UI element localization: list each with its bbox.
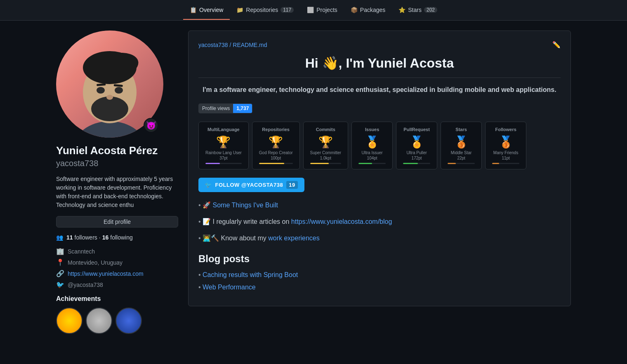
twitter-follow-button[interactable]: 🐦 FOLLOW @YACOSTA738 19 [198,178,304,192]
blog-post-0: Caching results with Spring Boot [198,271,561,279]
trophy-title-4: PullRequest [403,127,430,132]
packages-icon: 📦 [351,7,358,13]
avatar-container: 😈 [56,31,163,138]
readme-heading: Hi 👋, I'm Yuniel Acosta [198,55,561,71]
trophy-bar-container-4 [403,163,430,164]
profile-bio: Software engineer with approximately 5 y… [56,175,178,209]
trophy-title-5: Stars [448,127,475,132]
svg-point-0 [73,121,147,138]
trophy-pts-0: 37pt [205,156,242,160]
achievements-section-title: Achievements [56,295,178,303]
blog-post-link-0[interactable]: Caching results with Spring Boot [203,271,298,278]
trophy-card-commits: Commits 🏆 Super Committer 1.0kpt [303,122,349,169]
follow-stats: 👥 11 followers · 16 following [56,234,178,241]
svg-point-7 [97,87,105,94]
trophy-pts-4: 172pt [403,156,430,160]
website-item: 🔗 https://www.yunielacosta.com [56,270,178,277]
trophy-bar-2 [310,163,329,164]
trophy-title-2: Commits [310,127,342,132]
tab-projects-label: Projects [316,7,337,13]
tab-repositories[interactable]: 📁 Repositories 117 [230,1,300,20]
readme-divider [198,77,561,78]
trophy-name-5: Middle Star [448,150,475,155]
sidebar: 😈 Yuniel Acosta Pérez yacosta738 Softwar… [56,31,178,334]
twitter-icon: 🐦 [56,281,64,289]
trophy-name-1: God Repo Creator [259,150,293,155]
trophy-bar-container-3 [358,163,386,164]
nav-tabs: 📋 Overview 📁 Repositories 117 ⬜ Projects… [183,0,444,20]
trophy-pts-1: 100pt [259,156,293,160]
people-icon: 👥 [56,234,63,241]
readme-intro: I'm a software engineer, technology and … [198,85,561,95]
following-link[interactable]: 16 [102,234,109,241]
twitter-handle: @yacosta738 [68,282,103,288]
main-layout: 😈 Yuniel Acosta Pérez yacosta738 Softwar… [50,21,578,344]
trophy-name-4: Ultra Puller [403,150,430,155]
trophy-title-0: MultiLanguage [205,127,242,132]
edit-pencil-icon[interactable]: ✏️ [552,41,561,49]
trophy-bar-5 [448,163,456,164]
repositories-badge: 117 [280,7,294,13]
twitter-follow-label: FOLLOW @YACOSTA738 [215,182,283,188]
projects-icon: ⬜ [307,7,314,13]
breadcrumb-path: yacosta738 / README.md [198,42,267,48]
tab-projects[interactable]: ⬜ Projects [300,1,344,20]
bullet-articles: 📝 I regularly write articles on https://… [198,217,561,227]
trophy-name-3: Ultra Issuer [358,150,386,155]
top-nav: 📋 Overview 📁 Repositories 117 ⬜ Projects… [0,0,627,21]
blog-link[interactable]: https://www.yunielacosta.com/blog [291,218,392,225]
bullet-built: 🚀 Some Things I've Built [198,200,561,210]
trophy-bar-container-5 [448,163,475,164]
readme-card: yacosta738 / README.md ✏️ Hi 👋, I'm Yuni… [188,31,571,306]
company-item: 🏢 Scanntech [56,247,178,255]
tab-stars[interactable]: ⭐ Stars 202 [392,1,444,20]
following-label: following [110,234,132,241]
achievement-badge-3 [116,308,142,334]
stars-icon: ⭐ [398,7,405,13]
trophy-title-1: Repositories [259,127,293,132]
built-link[interactable]: Some Things I've Built [213,202,278,209]
experience-link[interactable]: work experiences [268,235,320,242]
trophy-name-0: Rainbow Lang User [205,150,242,155]
svg-point-8 [115,87,123,94]
blog-post-1: Web Performance [198,284,561,291]
blog-section-title: Blog posts [198,253,561,265]
edit-profile-button[interactable]: Edit profile [56,216,178,228]
tab-stars-label: Stars [408,7,422,13]
profile-views-badge: Profile views 1,737 [198,103,561,122]
profile-name: Yuniel Acosta Pérez [56,144,178,157]
trophy-pts-6: 11pt [492,156,519,160]
blog-post-link-1[interactable]: Web Performance [203,284,256,291]
profile-username: yacosta738 [56,159,178,168]
twitter-item: 🐦 @yacosta738 [56,281,178,289]
blog-list: Caching results with Spring BootWeb Perf… [198,271,561,291]
trophy-bar-0 [205,163,220,164]
tab-packages[interactable]: 📦 Packages [344,1,392,20]
trophy-card-stars: Stars 🥉 Middle Star 22pt [441,122,482,169]
svg-point-11 [106,95,113,100]
achievement-badge-2 [86,308,112,334]
trophy-pts-3: 104pt [358,156,386,160]
content-list: 🚀 Some Things I've Built📝 I regularly wr… [198,200,561,243]
repositories-icon: 📁 [236,7,243,13]
followers-link[interactable]: 11 [66,234,73,241]
bullet-experience: 👨‍💻🔨 Know about my work experiences [198,233,561,243]
location-icon: 📍 [56,258,64,266]
tab-overview-label: Overview [199,7,223,13]
website-link[interactable]: https://www.yunielacosta.com [68,270,144,277]
tab-overview[interactable]: 📋 Overview [183,1,230,20]
profile-views-count: 1,737 [233,104,252,113]
trophy-card-pullrequest: PullRequest 🏅 Ultra Puller 172pt [396,122,437,169]
trophy-bar-container-1 [259,163,293,164]
trophy-name-2: Super Committer [310,150,342,155]
trophy-title-6: Followers [492,127,519,132]
avatar-emoji-badge: 😈 [144,118,158,133]
stars-badge: 202 [424,7,437,13]
location-item: 📍 Montevideo, Uruguay [56,258,178,266]
trophy-title-3: Issues [358,127,386,132]
trophy-bar-4 [403,163,418,164]
trophy-bar-1 [259,163,284,164]
trophy-card-followers: Followers 🥉 Many Friends 11pt [485,122,526,169]
link-icon: 🔗 [56,270,64,277]
trophy-bar-6 [492,163,499,164]
